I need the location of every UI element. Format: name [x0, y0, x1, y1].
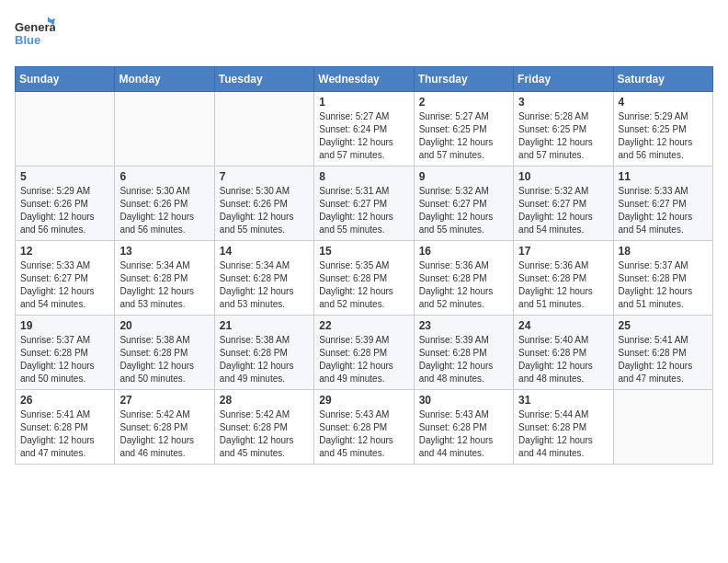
calendar-cell	[214, 92, 313, 167]
calendar-cell: 30Sunrise: 5:43 AMSunset: 6:28 PMDayligh…	[414, 390, 513, 465]
day-number: 29	[319, 394, 408, 407]
logo-container: General Blue	[15, 15, 55, 55]
calendar-cell: 29Sunrise: 5:43 AMSunset: 6:28 PMDayligh…	[314, 390, 414, 465]
day-number: 13	[119, 245, 209, 258]
day-detail: Sunrise: 5:33 AMSunset: 6:27 PMDaylight:…	[619, 185, 708, 236]
day-detail: Sunrise: 5:32 AMSunset: 6:27 PMDaylight:…	[518, 185, 608, 236]
calendar-cell	[613, 390, 712, 465]
calendar-cell: 25Sunrise: 5:41 AMSunset: 6:28 PMDayligh…	[613, 316, 712, 390]
calendar-cell: 2Sunrise: 5:27 AMSunset: 6:25 PMDaylight…	[414, 92, 513, 167]
day-detail: Sunrise: 5:38 AMSunset: 6:28 PMDaylight:…	[220, 334, 309, 385]
calendar-cell: 5Sunrise: 5:29 AMSunset: 6:26 PMDaylight…	[16, 167, 115, 241]
day-number: 30	[419, 394, 508, 407]
calendar-cell: 14Sunrise: 5:34 AMSunset: 6:28 PMDayligh…	[214, 241, 313, 316]
day-number: 31	[518, 394, 608, 407]
logo-bird-icon: General Blue	[15, 15, 55, 55]
weekday-header-monday: Monday	[115, 67, 214, 92]
day-number: 26	[20, 394, 109, 407]
calendar-cell: 10Sunrise: 5:32 AMSunset: 6:27 PMDayligh…	[514, 167, 613, 241]
calendar-cell: 16Sunrise: 5:36 AMSunset: 6:28 PMDayligh…	[414, 241, 513, 316]
calendar-cell: 19Sunrise: 5:37 AMSunset: 6:28 PMDayligh…	[16, 316, 115, 390]
day-number: 6	[119, 170, 209, 183]
weekday-header-row: SundayMondayTuesdayWednesdayThursdayFrid…	[16, 67, 713, 92]
calendar-cell: 3Sunrise: 5:28 AMSunset: 6:25 PMDaylight…	[514, 92, 613, 167]
day-number: 24	[518, 319, 608, 332]
day-number: 27	[119, 394, 209, 407]
day-detail: Sunrise: 5:41 AMSunset: 6:28 PMDaylight:…	[20, 408, 109, 460]
day-number: 2	[419, 96, 508, 109]
day-detail: Sunrise: 5:30 AMSunset: 6:26 PMDaylight:…	[119, 185, 209, 236]
day-detail: Sunrise: 5:35 AMSunset: 6:28 PMDaylight:…	[319, 259, 408, 311]
day-detail: Sunrise: 5:27 AMSunset: 6:25 PMDaylight:…	[419, 110, 508, 162]
calendar-cell: 20Sunrise: 5:38 AMSunset: 6:28 PMDayligh…	[115, 316, 214, 390]
day-detail: Sunrise: 5:31 AMSunset: 6:27 PMDaylight:…	[319, 185, 408, 236]
calendar-cell: 23Sunrise: 5:39 AMSunset: 6:28 PMDayligh…	[414, 316, 513, 390]
day-number: 11	[619, 170, 708, 183]
calendar-week-row: 19Sunrise: 5:37 AMSunset: 6:28 PMDayligh…	[16, 316, 713, 390]
calendar-cell: 11Sunrise: 5:33 AMSunset: 6:27 PMDayligh…	[613, 167, 712, 241]
day-detail: Sunrise: 5:43 AMSunset: 6:28 PMDaylight:…	[319, 408, 408, 460]
calendar-cell: 13Sunrise: 5:34 AMSunset: 6:28 PMDayligh…	[115, 241, 214, 316]
day-detail: Sunrise: 5:29 AMSunset: 6:26 PMDaylight:…	[20, 185, 109, 236]
calendar-cell: 12Sunrise: 5:33 AMSunset: 6:27 PMDayligh…	[16, 241, 115, 316]
page-header: General Blue	[15, 15, 713, 55]
day-number: 25	[619, 319, 708, 332]
day-detail: Sunrise: 5:43 AMSunset: 6:28 PMDaylight:…	[419, 408, 508, 460]
day-number: 1	[319, 96, 408, 109]
weekday-header-thursday: Thursday	[414, 67, 513, 92]
day-detail: Sunrise: 5:30 AMSunset: 6:26 PMDaylight:…	[220, 185, 309, 236]
calendar-cell: 6Sunrise: 5:30 AMSunset: 6:26 PMDaylight…	[115, 167, 214, 241]
calendar-cell: 26Sunrise: 5:41 AMSunset: 6:28 PMDayligh…	[16, 390, 115, 465]
day-number: 22	[319, 319, 408, 332]
day-detail: Sunrise: 5:37 AMSunset: 6:28 PMDaylight:…	[619, 259, 708, 311]
calendar-cell	[16, 92, 115, 167]
calendar-week-row: 12Sunrise: 5:33 AMSunset: 6:27 PMDayligh…	[16, 241, 713, 316]
logo: General Blue	[15, 15, 55, 55]
day-number: 9	[419, 170, 508, 183]
day-number: 15	[319, 245, 408, 258]
day-detail: Sunrise: 5:39 AMSunset: 6:28 PMDaylight:…	[319, 334, 408, 385]
weekday-header-friday: Friday	[514, 67, 613, 92]
weekday-header-saturday: Saturday	[613, 67, 712, 92]
day-number: 14	[220, 245, 309, 258]
day-detail: Sunrise: 5:32 AMSunset: 6:27 PMDaylight:…	[419, 185, 508, 236]
day-detail: Sunrise: 5:28 AMSunset: 6:25 PMDaylight:…	[518, 110, 608, 162]
day-detail: Sunrise: 5:44 AMSunset: 6:28 PMDaylight:…	[518, 408, 608, 460]
calendar-table: SundayMondayTuesdayWednesdayThursdayFrid…	[15, 66, 713, 465]
weekday-header-sunday: Sunday	[16, 67, 115, 92]
day-number: 16	[419, 245, 508, 258]
calendar-cell: 22Sunrise: 5:39 AMSunset: 6:28 PMDayligh…	[314, 316, 414, 390]
calendar-week-row: 5Sunrise: 5:29 AMSunset: 6:26 PMDaylight…	[16, 167, 713, 241]
calendar-cell: 15Sunrise: 5:35 AMSunset: 6:28 PMDayligh…	[314, 241, 414, 316]
day-detail: Sunrise: 5:42 AMSunset: 6:28 PMDaylight:…	[220, 408, 309, 460]
day-number: 21	[220, 319, 309, 332]
day-detail: Sunrise: 5:42 AMSunset: 6:28 PMDaylight:…	[119, 408, 209, 460]
day-number: 10	[518, 170, 608, 183]
day-number: 8	[319, 170, 408, 183]
day-detail: Sunrise: 5:41 AMSunset: 6:28 PMDaylight:…	[619, 334, 708, 385]
day-number: 17	[518, 245, 608, 258]
calendar-cell: 17Sunrise: 5:36 AMSunset: 6:28 PMDayligh…	[514, 241, 613, 316]
calendar-cell: 21Sunrise: 5:38 AMSunset: 6:28 PMDayligh…	[214, 316, 313, 390]
day-detail: Sunrise: 5:34 AMSunset: 6:28 PMDaylight:…	[119, 259, 209, 311]
day-detail: Sunrise: 5:34 AMSunset: 6:28 PMDaylight:…	[220, 259, 309, 311]
day-number: 4	[619, 96, 708, 109]
calendar-cell: 8Sunrise: 5:31 AMSunset: 6:27 PMDaylight…	[314, 167, 414, 241]
day-number: 7	[220, 170, 309, 183]
calendar-cell: 18Sunrise: 5:37 AMSunset: 6:28 PMDayligh…	[613, 241, 712, 316]
calendar-cell: 1Sunrise: 5:27 AMSunset: 6:24 PMDaylight…	[314, 92, 414, 167]
day-detail: Sunrise: 5:39 AMSunset: 6:28 PMDaylight:…	[419, 334, 508, 385]
day-detail: Sunrise: 5:27 AMSunset: 6:24 PMDaylight:…	[319, 110, 408, 162]
day-detail: Sunrise: 5:38 AMSunset: 6:28 PMDaylight:…	[119, 334, 209, 385]
day-number: 20	[119, 319, 209, 332]
day-number: 12	[20, 245, 109, 258]
weekday-header-tuesday: Tuesday	[214, 67, 313, 92]
day-number: 19	[20, 319, 109, 332]
day-number: 23	[419, 319, 508, 332]
calendar-cell: 9Sunrise: 5:32 AMSunset: 6:27 PMDaylight…	[414, 167, 513, 241]
calendar-cell: 27Sunrise: 5:42 AMSunset: 6:28 PMDayligh…	[115, 390, 214, 465]
day-number: 28	[220, 394, 309, 407]
calendar-cell: 31Sunrise: 5:44 AMSunset: 6:28 PMDayligh…	[514, 390, 613, 465]
day-detail: Sunrise: 5:40 AMSunset: 6:28 PMDaylight:…	[518, 334, 608, 385]
day-detail: Sunrise: 5:36 AMSunset: 6:28 PMDaylight:…	[419, 259, 508, 311]
